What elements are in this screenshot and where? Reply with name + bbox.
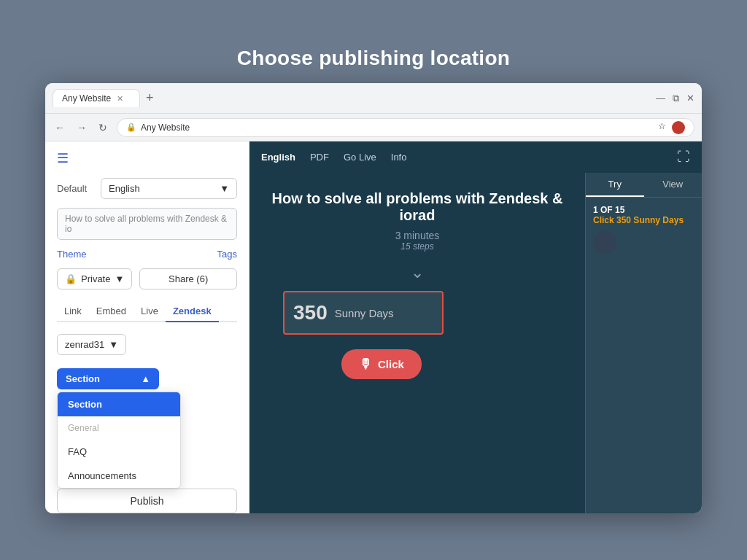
window-controls: — ⧉ ✕ [656, 93, 694, 104]
frame-number: 350 [293, 301, 328, 324]
microphone-icon: 🎙 [359, 357, 372, 372]
preview-bottom-area: 350 Sunny Days 🎙 Click [261, 291, 573, 513]
profile-icon[interactable] [672, 121, 685, 134]
preview-main: How to solve all problems with Zendesk &… [249, 173, 585, 513]
sidebar-panel: ☰ Default English ▼ How to solve all pro… [45, 141, 249, 513]
preview-tab-info[interactable]: Info [391, 149, 407, 166]
new-tab-icon[interactable]: + [142, 89, 158, 107]
try-view-tabs: Try View [586, 173, 702, 198]
tab-link[interactable]: Link [57, 301, 89, 322]
publish-label: Publish [131, 495, 164, 507]
privacy-button[interactable]: 🔒 Private ▼ [57, 268, 132, 289]
try-tab[interactable]: Try [586, 173, 644, 197]
privacy-share-row: 🔒 Private ▼ Share (6) [57, 268, 237, 289]
preview-tabs: English PDF Go Live Info ⛶ [249, 141, 702, 173]
step-count: 1 OF 15 [593, 205, 694, 215]
step-info: 1 OF 15 Click 350 Sunny Days [586, 198, 702, 262]
account-value: zenrad31 [65, 339, 104, 350]
preview-tab-english[interactable]: English [261, 149, 295, 166]
share-label: Share (6) [169, 273, 208, 284]
account-select[interactable]: zenrad31 ▼ [57, 334, 126, 355]
browser-tabbar: Any Website ✕ + — ⧉ ✕ [45, 83, 702, 114]
address-text: Any Website [141, 122, 190, 133]
preview-tab-golive[interactable]: Go Live [344, 149, 376, 166]
publish-tab-row: Link Embed Live Zendesk [57, 301, 237, 322]
restore-button[interactable]: ⧉ [673, 93, 679, 104]
dropdown-item-faq[interactable]: FAQ [58, 440, 180, 464]
back-nav-icon[interactable]: ← [53, 120, 67, 136]
tags-link[interactable]: Tags [217, 249, 237, 260]
lock-icon: 🔒 [126, 122, 136, 132]
step-click-text: Click 350 Sunny Days [593, 215, 694, 225]
theme-tags-row: Theme Tags [57, 249, 237, 260]
address-bar-row: ← → ↻ 🔒 Any Website ☆ [45, 114, 702, 141]
privacy-label: Private [81, 273, 110, 284]
dropdown-item-section[interactable]: Section [58, 392, 180, 416]
click-text: Click [593, 215, 616, 225]
publish-button[interactable]: Publish [57, 489, 237, 513]
close-button[interactable]: ✕ [686, 93, 694, 104]
lock-small-icon: 🔒 [65, 273, 77, 284]
zendesk-controls: zenrad31 ▼ Section ▲ Section [57, 334, 237, 513]
chevron-down-icon: ▼ [220, 183, 229, 194]
preview-content-area: How to solve all problems with Zendesk &… [249, 173, 702, 513]
default-language-row: Default English ▼ [57, 178, 237, 199]
browser-tab[interactable]: Any Website ✕ [53, 89, 140, 107]
address-right-icons: ☆ [658, 121, 685, 134]
address-box[interactable]: 🔒 Any Website ☆ [117, 118, 694, 137]
preview-frame-box: 350 Sunny Days [283, 291, 444, 335]
frame-label: Sunny Days [335, 307, 394, 319]
account-section-row: zenrad31 ▼ [57, 334, 237, 355]
preview-title: How to solve all problems with Zendesk &… [261, 190, 573, 224]
default-label: Default [57, 183, 93, 194]
expand-icon[interactable]: ⛶ [677, 149, 690, 165]
minimize-button[interactable]: — [656, 93, 665, 104]
section-chevron-up-icon: ▲ [141, 373, 150, 384]
search-input[interactable]: How to solve all problems with Zendesk &… [57, 208, 237, 240]
preview-tab-pdf[interactable]: PDF [310, 149, 329, 166]
language-dropdown[interactable]: English ▼ [101, 178, 237, 199]
tab-zendesk[interactable]: Zendesk [166, 301, 219, 322]
theme-link[interactable]: Theme [57, 249, 86, 260]
bookmark-icon[interactable]: ☆ [658, 121, 666, 134]
preview-steps: 15 steps [400, 241, 433, 252]
section-btn-label: Section [66, 373, 100, 384]
section-dropdown-menu: Section General FAQ Announcements [57, 392, 181, 489]
browser-content: ☰ Default English ▼ How to solve all pro… [45, 141, 702, 513]
browser-window: Any Website ✕ + — ⧉ ✕ ← → ↻ 🔒 Any Websit… [45, 83, 702, 513]
dropdown-item-general[interactable]: General [58, 416, 180, 440]
right-side-panel: Try View 1 OF 15 Click 350 Sunny Days [585, 173, 702, 513]
hamburger-icon[interactable]: ☰ [57, 150, 237, 166]
section-dropdown-container: Section ▲ Section General FAQ [57, 368, 237, 389]
highlight-text: 350 Sunny Days [616, 215, 684, 225]
preview-chevron-icon: ⌄ [411, 263, 424, 282]
tab-label: Any Website [62, 93, 111, 104]
tab-bar: Any Website ✕ + [53, 89, 650, 107]
view-tab[interactable]: View [644, 173, 703, 197]
preview-duration: 3 minutes [395, 230, 440, 241]
forward-nav-icon[interactable]: → [74, 120, 89, 136]
account-chevron-icon: ▼ [109, 339, 118, 350]
refresh-icon[interactable]: ↻ [96, 120, 109, 136]
click-button-preview[interactable]: 🎙 Click [341, 349, 422, 379]
share-button[interactable]: Share (6) [139, 268, 237, 289]
language-value: English [109, 183, 140, 194]
privacy-chevron-icon: ▼ [115, 273, 124, 284]
page-heading: Choose publishing location [237, 47, 510, 70]
preview-panel: English PDF Go Live Info ⛶ How to solve … [249, 141, 702, 513]
section-button[interactable]: Section ▲ [57, 368, 159, 389]
dropdown-item-announcements[interactable]: Announcements [58, 464, 180, 488]
step-circle [593, 231, 616, 254]
tab-close-icon[interactable]: ✕ [117, 94, 123, 104]
tab-live[interactable]: Live [133, 301, 166, 322]
click-label: Click [378, 358, 404, 370]
tab-embed[interactable]: Embed [89, 301, 133, 322]
